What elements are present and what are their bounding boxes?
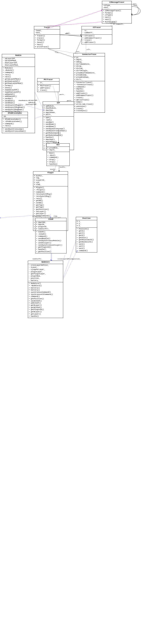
box-position-title: Position — [76, 217, 97, 220]
box-module-title: Module — [2, 54, 35, 57]
box-tracer: Tracer -level_ -next_ + Tracer() + trace… — [34, 26, 60, 48]
box-module-attrs: - upLayerSAP_ - upLaySAPNum_ - downLayer… — [2, 57, 35, 67]
box-pkttracer: PktTracer - tr_ + PktTracer() + addTrace… — [37, 78, 59, 92]
box-ipaddresscodec: IPAddressCodec -up_ + IPAddressCodec() +… — [2, 112, 28, 128]
box-citracer-methods: + CITracer() + addCommonTracer() + trace… — [82, 35, 112, 44]
box-ipaddresscodec-attrs: -up_ — [2, 115, 28, 118]
svg-text:next_: next_ — [65, 33, 69, 34]
box-pkttracer-attrs: - tr_ — [37, 82, 59, 85]
box-nodecore-attrs: - crossLayerSAPlist_ - nLayer_ - clsapPe… — [28, 264, 63, 282]
box-position: Position # x_ # y_ # Z_ + Position() + g… — [76, 217, 97, 252]
box-ipaddresscodec-title: IPAddressCodec — [2, 112, 28, 115]
svg-text:tr_commonTr_: tr_commonTr_ — [113, 23, 124, 25]
svg-text:binPtr_: binPtr_ — [60, 166, 66, 168]
box-tracer-methods: + Tracer() + trace() + format() + level(… — [34, 35, 60, 48]
box-cimessagetracer-attrs: -cIType_ -next_ — [102, 4, 132, 10]
svg-text:crossLayerSAPlist_: crossLayerSAPlist_ — [58, 258, 74, 260]
box-connectortrace-attrs: # pt_ # depth_ # debug_ # dirToNodeCore_… — [74, 56, 105, 81]
diagram-container: next_ tr_commonTr_ next_ ciTr_ tr_ pktTr… — [0, 0, 141, 644]
svg-text:ciTr_: ciTr_ — [76, 51, 80, 52]
box-nodecore-methods: + NodeCore() + ~NodeCore() + battery() +… — [28, 282, 63, 318]
box-cimessagetracer: CIMessageTracer -cIType_ -next_ + CIMess… — [102, 1, 132, 24]
box-tracer-title: Tracer — [34, 26, 60, 30]
box-ipaddresscodec-methods: + IPAddressCodec() + ~IPAddressCodec() +… — [2, 118, 28, 128]
box-pkttracer-methods: + PktTracer() + addTrace() + trace() — [37, 84, 59, 92]
box-sap: SAP # upModule_ # downModule_ # depthUp_… — [43, 102, 74, 150]
box-citracer-attrs: - tr_ - commonTr_ — [82, 30, 112, 35]
box-cisap-title: CISAP — [35, 218, 66, 221]
svg-text:ciTr_: ciTr_ — [87, 48, 91, 50]
svg-text:binPtr_: binPtr_ — [50, 168, 56, 170]
svg-text:position_: position_ — [72, 258, 80, 260]
box-sap-title: SAP — [43, 102, 74, 105]
box-citracer-title: CITracer — [82, 26, 112, 30]
svg-text:pktTr_: pktTr_ — [59, 94, 65, 95]
box-cisap: CISAP # depthNC_ # depthP_ # pluginId_ #… — [35, 218, 66, 254]
box-bin-attrs: # preamble_ # depth_ — [47, 147, 69, 152]
box-citracer: CITracer - tr_ - commonTr_ + CITracer() … — [82, 26, 112, 44]
box-bin-title: Bin — [47, 144, 69, 147]
box-connectortrace-title: ConnectorTrace — [74, 53, 105, 56]
box-plugin-title: Plugin — [33, 172, 68, 175]
box-position-methods: + Position() + getX() + getY() + getZ() … — [76, 228, 97, 252]
svg-text:tr_: tr_ — [55, 51, 58, 53]
box-nodecore: NodeCore - crossLayerSAPlist_ - nLayer_ … — [28, 261, 63, 318]
box-sap-attrs: # upModule_ # downModule_ # depthUp_ # d… — [43, 105, 74, 116]
box-nodecore-title: NodeCore — [28, 261, 63, 264]
svg-line-3 — [60, 34, 82, 36]
box-cisap-methods: + CISAP() + ~CISAP() + command() + sendM… — [35, 231, 66, 253]
svg-line-59 — [63, 250, 77, 279]
svg-text:next_: next_ — [133, 3, 137, 5]
box-cisap-attrs: # depthNC_ # depthP_ # pluginId_ # nodeC… — [35, 221, 66, 231]
svg-line-5 — [47, 22, 110, 26]
box-plugin-attrs: # binPtr_ # tag_ # uLayerId_ # uid_ # cl… — [33, 175, 68, 186]
svg-line-10 — [34, 91, 44, 110]
svg-text:next_: next_ — [133, 4, 138, 6]
box-bin-methods: + Bin() + ~Bin() + command() + drop() + … — [47, 152, 69, 166]
box-bin: Bin # preamble_ # depth_ + Bin() + ~Bin(… — [46, 143, 70, 166]
box-connectortrace: ConnectorTrace # pt_ # depth_ # debug_ #… — [73, 53, 105, 113]
box-tracer-attrs: -level_ -next_ — [34, 30, 60, 35]
svg-text:tr_: tr_ — [57, 52, 59, 54]
box-pkttracer-title: PktTracer — [37, 78, 59, 82]
svg-line-8 — [47, 48, 74, 58]
box-position-attrs: # x_ # y_ # Z_ — [76, 220, 97, 228]
box-cimessagetracer-title: CIMessageTracer — [102, 1, 132, 4]
svg-text:next_: next_ — [66, 32, 70, 34]
svg-line-58 — [63, 255, 65, 261]
svg-text:pktTr_: pktTr_ — [67, 100, 72, 102]
box-cimessagetracer-methods: + CIMessageTrace() + format() + cIType()… — [102, 10, 132, 23]
box-connectortrace-methods: + ConnectorTrace() + ~ConnectorTrace() +… — [74, 81, 105, 112]
svg-text:nodeCorPtr_: nodeCorPtr_ — [32, 258, 42, 260]
